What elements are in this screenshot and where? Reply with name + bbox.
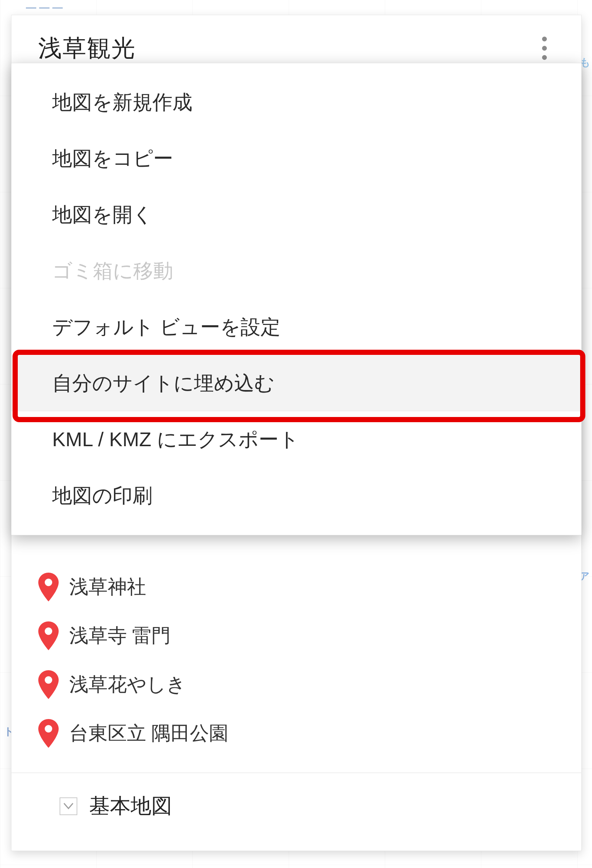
menu-item-copy-map[interactable]: 地図をコピー — [12, 130, 581, 187]
place-label: 台東区立 隅田公園 — [69, 720, 228, 746]
places-list: 浅草神社 浅草寺 雷門 浅草花やしき 台東区立 隅田公園 — [12, 562, 581, 758]
place-label: 浅草寺 雷門 — [69, 623, 170, 649]
map-title[interactable]: 浅草観光 — [38, 32, 136, 64]
place-item[interactable]: 台東区立 隅田公園 — [38, 709, 555, 758]
menu-item-open-map[interactable]: 地図を開く — [12, 187, 581, 243]
place-label: 浅草神社 — [69, 574, 146, 600]
menu-item-set-default-view[interactable]: デフォルト ビューを設定 — [12, 299, 581, 355]
base-map-label: 基本地図 — [89, 792, 172, 820]
menu-item-label: 自分のサイトに埋め込む — [52, 370, 275, 397]
place-label: 浅草花やしき — [69, 672, 186, 698]
map-pin-icon — [38, 719, 59, 748]
menu-item-label: 地図の印刷 — [52, 483, 152, 509]
map-pin-icon — [38, 573, 59, 601]
menu-item-label: KML / KMZ にエクスポート — [52, 426, 299, 453]
menu-item-label: ゴミ箱に移動 — [52, 258, 173, 285]
menu-item-label: 地図をコピー — [52, 145, 173, 172]
menu-item-label: デフォルト ビューを設定 — [52, 314, 280, 341]
menu-item-print-map[interactable]: 地図の印刷 — [12, 468, 581, 524]
kebab-dot-icon — [542, 37, 547, 41]
place-item[interactable]: 浅草神社 — [38, 562, 555, 611]
place-item[interactable]: 浅草花やしき — [38, 660, 555, 709]
kebab-dot-icon — [542, 55, 547, 60]
kebab-dot-icon — [542, 46, 547, 51]
menu-item-embed-on-site[interactable]: 自分のサイトに埋め込む — [12, 355, 581, 412]
menu-item-new-map[interactable]: 地図を新規作成 — [12, 74, 581, 130]
base-map-toggle[interactable]: 基本地図 — [12, 773, 581, 820]
svg-point-0 — [45, 579, 52, 586]
svg-point-2 — [45, 676, 52, 683]
svg-point-1 — [45, 627, 52, 635]
menu-item-move-to-trash: ゴミ箱に移動 — [12, 243, 581, 299]
menu-item-label: 地図を新規作成 — [52, 89, 192, 116]
menu-item-export-kml-kmz[interactable]: KML / KMZ にエクスポート — [12, 412, 581, 468]
more-options-button[interactable] — [534, 34, 555, 63]
map-pin-icon — [38, 621, 59, 650]
place-item[interactable]: 浅草寺 雷門 — [38, 611, 555, 660]
map-options-menu: 地図を新規作成 地図をコピー 地図を開く ゴミ箱に移動 デフォルト ビューを設定… — [11, 63, 582, 535]
map-pin-icon — [38, 670, 59, 699]
dropdown-toggle-icon — [59, 797, 77, 815]
menu-item-label: 地図を開く — [52, 201, 153, 229]
svg-point-3 — [45, 725, 52, 732]
